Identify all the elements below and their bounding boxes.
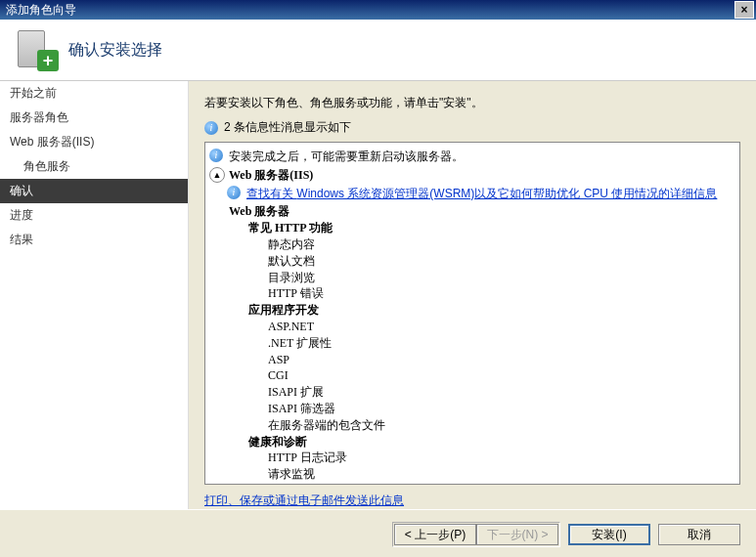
tree-item: ASP.NET (268, 319, 735, 335)
wizard-steps-sidebar: 开始之前 服务器角色 Web 服务器(IIS) 角色服务 确认 进度 结果 (0, 81, 189, 509)
sidebar-item-begin[interactable]: 开始之前 (0, 81, 188, 106)
collapse-icon[interactable]: ▲ (209, 167, 225, 183)
main-content: 若要安装以下角色、角色服务或功能，请单击"安装"。 i 2 条信息性消息显示如下… (189, 81, 756, 509)
wizard-footer: < 上一步(P) 下一步(N) > 安装(I) 取消 (0, 509, 756, 557)
tree-item: 请求监视 (268, 466, 735, 483)
sidebar-item-role-services[interactable]: 角色服务 (0, 154, 188, 179)
title-bar: 添加角色向导 × (0, 0, 756, 20)
info-summary: i 2 条信息性消息显示如下 (204, 119, 740, 136)
print-save-email-link[interactable]: 打印、保存或通过电子邮件发送此信息 (204, 493, 404, 507)
tree-item: Web 服务器 (229, 203, 735, 220)
wizard-icon: + (18, 30, 57, 69)
tree-item: ASP (268, 352, 735, 368)
sidebar-item-confirm[interactable]: 确认 (0, 179, 188, 203)
tree-item: CGI (268, 367, 735, 384)
tree-item: 常见 HTTP 功能 (248, 220, 735, 236)
tree-item: ISAPI 扩展 (268, 384, 735, 401)
tree-item: 健康和诊断 (248, 434, 735, 450)
previous-button[interactable]: < 上一步(P) (394, 524, 476, 545)
info-icon: i (227, 186, 241, 199)
sidebar-item-iis[interactable]: Web 服务器(IIS) (0, 130, 188, 154)
tree-item: ISAPI 筛选器 (268, 401, 735, 417)
sidebar-item-progress[interactable]: 进度 (0, 203, 188, 228)
sidebar-item-server-roles[interactable]: 服务器角色 (0, 106, 188, 130)
section-title-iis: Web 服务器(IIS) (229, 167, 313, 184)
wsrm-link[interactable]: 查找有关 Windows 系统资源管理器(WSRM)以及它如何帮助优化 CPU … (246, 186, 717, 202)
instruction-text: 若要安装以下角色、角色服务或功能，请单击"安装"。 (204, 95, 740, 111)
tree-item: 目录浏览 (268, 270, 735, 286)
tree-item: .NET 扩展性 (268, 335, 735, 352)
selected-features-tree: Web 服务器 常见 HTTP 功能 静态内容 默认文档 目录浏览 HTTP 错… (229, 203, 735, 483)
tree-item: 在服务器端的包含文件 (268, 417, 735, 434)
tree-item: 应用程序开发 (248, 302, 735, 319)
tree-item: HTTP 日志记录 (268, 450, 735, 466)
info-count-text: 2 条信息性消息显示如下 (224, 119, 351, 136)
wizard-header: + 确认安装选择 (0, 20, 756, 81)
install-button[interactable]: 安装(I) (568, 524, 650, 545)
tree-item: 静态内容 (268, 236, 735, 253)
restart-warning: 安装完成之后，可能需要重新启动该服务器。 (229, 149, 464, 165)
page-title: 确认安装选择 (68, 40, 162, 61)
info-icon: i (209, 149, 223, 162)
close-button[interactable]: × (734, 1, 754, 19)
sidebar-item-results[interactable]: 结果 (0, 228, 188, 252)
info-icon: i (204, 121, 218, 135)
window-title: 添加角色向导 (6, 2, 76, 19)
confirmation-details-box[interactable]: i 安装完成之后，可能需要重新启动该服务器。 ▲ Web 服务器(IIS) i … (204, 142, 740, 485)
next-button: 下一步(N) > (476, 524, 558, 545)
tree-item: HTTP 错误 (268, 285, 735, 302)
cancel-button[interactable]: 取消 (658, 524, 740, 545)
tree-item: 默认文档 (268, 253, 735, 270)
